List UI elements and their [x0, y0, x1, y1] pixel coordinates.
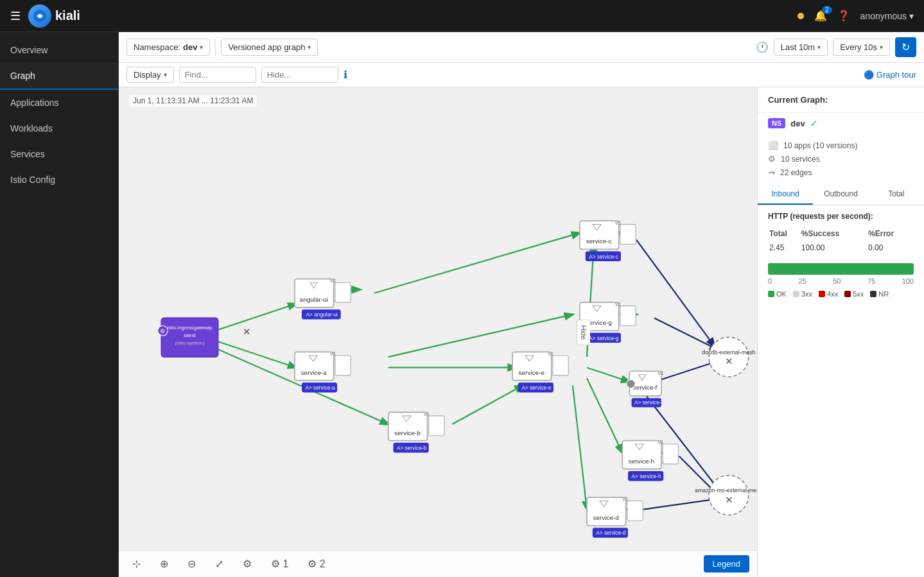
svg-text:A> service-b: A> service-b [397, 445, 427, 451]
legend-5xx-dot [844, 291, 851, 297]
right-panel-tabs: Inbound Outbound Total [758, 184, 924, 205]
metric-error: 0.00 [868, 241, 912, 254]
legend-3xx: 3xx [793, 290, 812, 298]
label-75: 75 [867, 277, 875, 285]
hide-input[interactable] [261, 67, 338, 83]
node-angular-ui[interactable]: angular-ui v1 A> angular-ui [295, 277, 351, 319]
node-service-a[interactable]: service-a v1 A> service-a [295, 350, 351, 392]
time-range-dropdown[interactable]: Last 10m ▾ [774, 39, 828, 56]
node-service-f[interactable]: service-f v1 A> service-f [627, 370, 664, 408]
svg-line-5 [374, 233, 580, 293]
svg-text:service-a: service-a [301, 369, 327, 376]
tab-inbound[interactable]: Inbound [758, 184, 813, 205]
graph-type-dropdown[interactable]: Versioned app graph ▾ [221, 39, 318, 56]
sidebar-item-workloads[interactable]: Workloads [0, 116, 118, 141]
node-service-b[interactable]: service-b v1 A> service-b [388, 411, 444, 452]
progress-bar-fill [768, 263, 914, 275]
legend-nr-dot [870, 291, 876, 297]
notification-icon[interactable]: 🔔 2 [814, 10, 827, 22]
notification-badge: 2 [822, 6, 832, 14]
legend-ok-dot [768, 291, 774, 297]
username: anonymous [860, 11, 907, 21]
progress-bar-container: 0 25 50 75 100 [768, 263, 914, 285]
istio-config-label: Istio Config [10, 175, 55, 185]
node-service-c[interactable]: service-c v1 A> service-c [580, 220, 636, 261]
graph-tour-link[interactable]: 🔵 Graph tour [864, 70, 916, 80]
legend-4xx: 4xx [819, 290, 838, 298]
legend-5xx-label: 5xx [853, 290, 864, 298]
col-error: %Error [868, 227, 912, 240]
hamburger-menu[interactable]: ☰ [10, 9, 21, 23]
services-stat: ⚙ 10 services [768, 152, 914, 166]
apps-count: 10 apps (10 versions) [783, 141, 857, 150]
namespace-dropdown[interactable]: Namespace: dev ▾ [126, 39, 210, 56]
info-icon[interactable]: ℹ [344, 69, 347, 81]
graph-type-label: Versioned app graph [228, 42, 305, 52]
svg-line-10 [587, 378, 622, 452]
reset-view-button[interactable]: ⤢ [209, 555, 229, 573]
svg-text:(istio-system): (istio-system) [175, 340, 204, 346]
zoom-out-button[interactable]: ⊖ [182, 555, 202, 573]
svg-text:A> service-d: A> service-d [596, 530, 626, 536]
zoom-in-button[interactable]: ⊕ [154, 555, 174, 573]
graph-tour-label: Graph tour [876, 70, 916, 80]
svg-text:✕: ✕ [725, 356, 733, 366]
hide-panel-toggle[interactable]: Hide [577, 319, 590, 345]
node-service-e[interactable]: service-e v1 A> service-e [512, 350, 568, 392]
svg-text:A> service-h: A> service-h [632, 474, 662, 479]
logo: kiali [28, 4, 80, 28]
tab-outbound[interactable]: Outbound [813, 184, 868, 205]
label-50: 50 [833, 277, 841, 285]
legend-nr: NR [870, 290, 889, 298]
metric-total: 2.45 [769, 241, 800, 254]
layout-1-button[interactable]: ⚙ [237, 555, 257, 573]
user-menu[interactable]: anonymous ▾ [860, 11, 914, 21]
logo-icon [28, 4, 51, 28]
graph-canvas[interactable]: Jun 1, 11:13:31 AM ... 11:23:31 AM [119, 87, 757, 577]
status-indicator [798, 13, 804, 19]
svg-text:service-e: service-e [519, 369, 545, 376]
ns-check-icon: ✓ [810, 118, 818, 128]
svg-text:latest: latest [184, 332, 196, 338]
node-ingress[interactable]: istio-ingressgateway latest (istio-syste… [158, 318, 218, 357]
refresh-interval-arrow: ▾ [880, 44, 883, 51]
content-area: Namespace: dev ▾ Versioned app graph ▾ 🕐… [119, 32, 924, 577]
sidebar-item-services[interactable]: Services [0, 141, 118, 167]
sidebar-item-graph[interactable]: Graph [0, 63, 118, 90]
node-service-d[interactable]: service-d v1 A> service-d [587, 495, 643, 537]
display-dropdown[interactable]: Display ▾ [126, 67, 174, 83]
namespace-value: dev [183, 42, 197, 52]
svg-text:✕: ✕ [243, 326, 251, 337]
node-connector: ✕ [243, 326, 251, 337]
node-service-h[interactable]: service-h v1 A> service-h [622, 439, 678, 481]
svg-line-20 [643, 499, 718, 510]
svg-text:A> angular-ui: A> angular-ui [306, 312, 338, 318]
node-docdb-external[interactable]: docdb-external-mesh ✕ [702, 337, 755, 377]
display-label: Display [134, 70, 161, 80]
logo-text: kiali [55, 8, 80, 23]
svg-text:⚙: ⚙ [160, 328, 165, 334]
filter-bar: Display ▾ ℹ 🔵 Graph tour [119, 63, 924, 87]
layout-2-button[interactable]: ⚙ 1 [265, 555, 294, 573]
help-icon[interactable]: ❓ [837, 10, 850, 22]
layout-3-button[interactable]: ⚙ 2 [302, 555, 331, 573]
svg-line-7 [388, 314, 573, 357]
sidebar-item-overview[interactable]: Overview [0, 37, 118, 63]
refresh-interval-dropdown[interactable]: Every 10s ▾ [833, 39, 890, 56]
svg-line-2 [211, 304, 297, 332]
tab-total[interactable]: Total [869, 184, 924, 205]
fit-graph-button[interactable]: ⊹ [126, 555, 146, 573]
svg-point-76 [627, 379, 635, 388]
svg-line-18 [654, 318, 718, 350]
refresh-button[interactable]: ↻ [895, 37, 916, 57]
legend-ok-label: OK [776, 290, 787, 298]
sidebar-item-applications[interactable]: Applications [0, 90, 118, 116]
svg-rect-34 [335, 282, 351, 302]
legend-button[interactable]: Legend [704, 555, 749, 573]
sidebar-item-istio-config[interactable]: Istio Config [0, 167, 118, 193]
services-count: 10 services [781, 155, 820, 164]
label-100: 100 [902, 277, 914, 285]
find-input[interactable] [179, 67, 256, 83]
svg-text:docdb-external-mesh: docdb-external-mesh [702, 349, 755, 356]
svg-line-17 [636, 240, 714, 347]
